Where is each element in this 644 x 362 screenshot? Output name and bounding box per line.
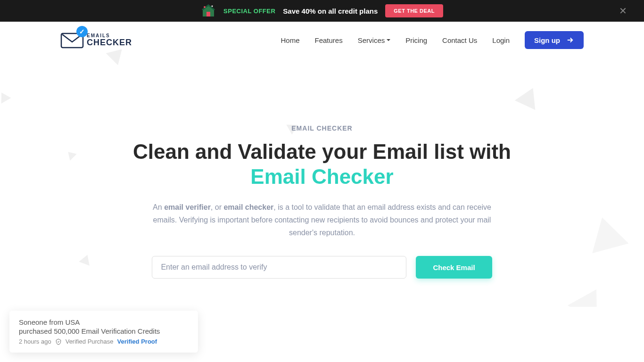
promo-house-icon bbox=[201, 3, 216, 18]
logo-text: EMAILS CHECKER bbox=[87, 33, 132, 47]
decorative-triangle bbox=[65, 148, 76, 160]
nav-services[interactable]: Services bbox=[358, 36, 391, 44]
nav-home[interactable]: Home bbox=[281, 36, 299, 44]
envelope-icon bbox=[60, 32, 84, 49]
hero-description: An email verifier, or email checker, is … bbox=[152, 201, 492, 239]
main-nav: Home Features Services Pricing Contact U… bbox=[281, 31, 584, 49]
arrow-right-icon bbox=[566, 36, 574, 44]
decorative-triangle bbox=[584, 213, 629, 253]
promo-banner: SPECIAL OFFER Save 40% on all credit pla… bbox=[0, 0, 644, 22]
svg-point-3 bbox=[204, 6, 206, 8]
hero-section: EMAIL CHECKER Clean and Validate your Em… bbox=[110, 58, 534, 307]
email-input[interactable] bbox=[152, 256, 406, 279]
nav-pricing[interactable]: Pricing bbox=[405, 36, 427, 44]
nav-contact[interactable]: Contact Us bbox=[442, 36, 477, 44]
checkmark-badge-icon bbox=[76, 26, 88, 37]
svg-point-4 bbox=[212, 6, 213, 7]
nav-features[interactable]: Features bbox=[315, 36, 343, 44]
hero-label: EMAIL CHECKER bbox=[119, 124, 525, 132]
nav-login[interactable]: Login bbox=[492, 36, 510, 44]
decorative-triangle bbox=[79, 253, 92, 265]
email-form: Check Email bbox=[119, 256, 525, 279]
decorative-triangle bbox=[568, 281, 611, 307]
get-deal-button[interactable]: GET THE DEAL bbox=[385, 4, 443, 17]
signup-button[interactable]: Sign up bbox=[525, 31, 584, 49]
header: EMAILS CHECKER Home Features Services Pr… bbox=[0, 22, 644, 58]
close-banner-button[interactable]: ✕ bbox=[619, 6, 627, 16]
decorative-triangle bbox=[0, 90, 11, 103]
promo-text: Save 40% on all credit plans bbox=[283, 7, 378, 15]
svg-rect-1 bbox=[206, 12, 210, 16]
logo[interactable]: EMAILS CHECKER bbox=[60, 32, 132, 49]
chevron-down-icon bbox=[387, 39, 390, 41]
special-offer-label: SPECIAL OFFER bbox=[223, 8, 275, 15]
check-email-button[interactable]: Check Email bbox=[416, 256, 492, 279]
close-icon: ✕ bbox=[619, 6, 627, 16]
hero-title: Clean and Validate your Email list with … bbox=[119, 140, 525, 189]
